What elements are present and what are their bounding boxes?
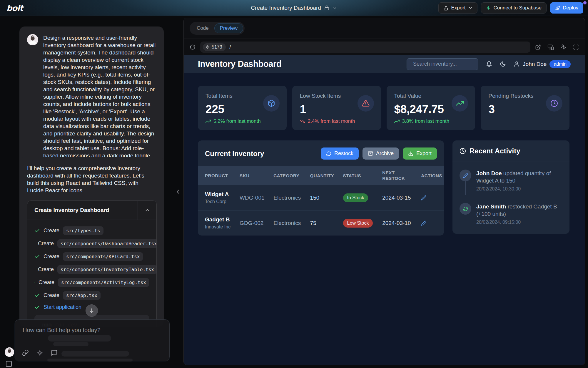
lock-icon xyxy=(324,5,329,10)
export-csv-button[interactable]: Export xyxy=(403,147,437,160)
activity-user: John Doe xyxy=(476,170,502,176)
artifact-step: Create src/components/InventoryTable.tsx xyxy=(34,265,149,274)
product-supplier: Innovate Inc xyxy=(205,224,233,230)
trending-down-icon xyxy=(300,119,305,124)
chevron-down-icon[interactable] xyxy=(333,6,337,10)
edit-pencil-icon[interactable] xyxy=(421,221,444,226)
reload-icon[interactable] xyxy=(190,44,196,50)
url-field[interactable]: 5173 / xyxy=(200,42,530,53)
supabase-icon xyxy=(486,6,491,11)
search-input[interactable] xyxy=(413,61,481,67)
tab-preview[interactable]: Preview xyxy=(214,23,243,33)
table-row[interactable]: Widget A Tech Corp WDG-001 Electronics 1… xyxy=(198,185,444,210)
port-chip[interactable]: 5173 xyxy=(203,43,226,51)
refresh-icon xyxy=(326,151,331,156)
project-title-group[interactable]: Create Inventory Dashboard xyxy=(251,5,337,11)
step-action: Create xyxy=(44,292,59,299)
status-badge: Low Stock xyxy=(343,219,373,228)
col-next-restock: Next Restock xyxy=(375,166,414,185)
kpi-card-total-value: Total Value $8,247.75 3.8% from last mon… xyxy=(387,86,475,130)
product-quantity[interactable]: 150 xyxy=(303,185,336,210)
scroll-to-bottom-button[interactable] xyxy=(86,304,98,317)
artifact-step: Create src/App.tsx xyxy=(34,291,149,300)
notification-dot xyxy=(583,1,587,4)
inventory-title: Current Inventory xyxy=(205,150,264,158)
open-external-icon[interactable] xyxy=(535,44,541,50)
deploy-button[interactable]: Deploy xyxy=(550,2,583,14)
redacted-line xyxy=(61,351,129,357)
connect-supabase-button[interactable]: Connect to Supabase xyxy=(481,2,547,14)
responsive-devices-icon[interactable] xyxy=(547,44,554,50)
activity-item: Jane Smith restocked Gadget B (+100 unit… xyxy=(460,203,562,225)
editor-tabs-row: Code Preview xyxy=(184,18,585,39)
trending-up-icon xyxy=(394,119,400,124)
inventory-search[interactable] xyxy=(407,58,478,70)
table-header-row: Product SKU Category Quantity Status Nex… xyxy=(198,166,444,185)
check-icon xyxy=(34,280,35,285)
project-title: Create Inventory Dashboard xyxy=(251,5,321,11)
role-badge: admin xyxy=(549,60,571,68)
trending-up-icon xyxy=(456,100,464,107)
product-sku: GDG-002 xyxy=(233,210,266,236)
attach-link-icon[interactable] xyxy=(22,349,29,356)
step-file[interactable]: src/components/DashboardHeader.tsx xyxy=(57,239,157,248)
redacted-line xyxy=(48,335,111,342)
enhance-sparkles-icon[interactable] xyxy=(36,349,43,356)
restock-button[interactable]: Restock xyxy=(321,147,359,160)
archive-button[interactable]: Archive xyxy=(363,147,399,160)
step-file[interactable]: src/components/ActivityLog.tsx xyxy=(58,278,149,287)
bell-icon[interactable] xyxy=(486,61,492,67)
collapse-chat-chevron[interactable] xyxy=(175,188,181,195)
export-label: Export xyxy=(451,5,465,11)
check-icon xyxy=(34,293,40,298)
port-number: 5173 xyxy=(212,44,222,50)
archive-icon xyxy=(368,151,373,156)
step-file[interactable]: src/types.ts xyxy=(63,226,103,235)
tab-code[interactable]: Code xyxy=(191,23,214,33)
bolt-logo[interactable]: bolt xyxy=(6,4,23,13)
kpi-card-total-items: Total Items 225 5.2% from last month xyxy=(198,86,287,130)
step-file[interactable]: src/App.tsx xyxy=(63,291,101,300)
fullscreen-icon[interactable] xyxy=(573,44,579,50)
preview-url-bar: 5173 / xyxy=(184,39,585,55)
user-menu[interactable]: John Doe admin xyxy=(514,60,571,68)
trending-up-icon xyxy=(206,119,211,124)
dashboard-title: Inventory Dashboard xyxy=(198,59,281,69)
archive-label: Archive xyxy=(376,150,394,157)
assistant-message-card: I'll help you create a comprehensive inv… xyxy=(19,157,164,327)
kpi-change: 3.8% from last month xyxy=(402,118,450,124)
check-icon xyxy=(34,228,40,233)
table-row[interactable]: Gadget B Innovate Inc GDG-002 Electronic… xyxy=(198,210,444,236)
col-sku: SKU xyxy=(233,166,266,185)
col-quantity: Quantity xyxy=(303,166,336,185)
view-toggle: Code Preview xyxy=(190,22,245,35)
artifact-collapse-button[interactable] xyxy=(138,201,156,220)
edit-pencil-icon[interactable] xyxy=(421,195,444,200)
inspect-pointer-icon[interactable] xyxy=(560,44,567,50)
chat-input-box[interactable]: How can Bolt help you today? xyxy=(15,319,170,361)
deploy-label: Deploy xyxy=(563,5,578,11)
export-button[interactable]: Export xyxy=(438,2,477,14)
check-icon xyxy=(34,304,40,310)
step-file[interactable]: src/components/KPICard.tsx xyxy=(63,252,143,261)
col-product: Product xyxy=(198,166,233,185)
preview-panel: Code Preview 5173 / Inventory Dashboard xyxy=(183,18,585,365)
user-name: John Doe xyxy=(523,61,547,67)
export-csv-label: Export xyxy=(416,150,432,157)
status-badge: In Stock xyxy=(343,193,368,202)
product-quantity[interactable]: 75 xyxy=(303,210,336,236)
account-avatar[interactable] xyxy=(5,347,14,357)
artifact-step: Create src/components/KPICard.tsx xyxy=(34,252,149,261)
top-bar: bolt Create Inventory Dashboard Export C… xyxy=(0,0,588,16)
redacted-line xyxy=(53,342,88,346)
dark-mode-moon-icon[interactable] xyxy=(500,61,506,67)
activity-item: John Doe updated quantity of Widget A to… xyxy=(460,170,562,192)
sidebar-toggle-icon[interactable] xyxy=(5,360,12,367)
dashboard-app: Inventory Dashboard John Doe admin Total… xyxy=(184,55,585,365)
step-file[interactable]: src/components/InventoryTable.tsx xyxy=(57,265,157,274)
activity-timestamp: 20/02/2024, 09:15:00 xyxy=(476,220,562,225)
product-category: Electronics xyxy=(266,210,303,236)
chat-mode-icon[interactable] xyxy=(51,349,58,356)
package-icon xyxy=(268,100,275,107)
user-avatar xyxy=(27,34,38,45)
